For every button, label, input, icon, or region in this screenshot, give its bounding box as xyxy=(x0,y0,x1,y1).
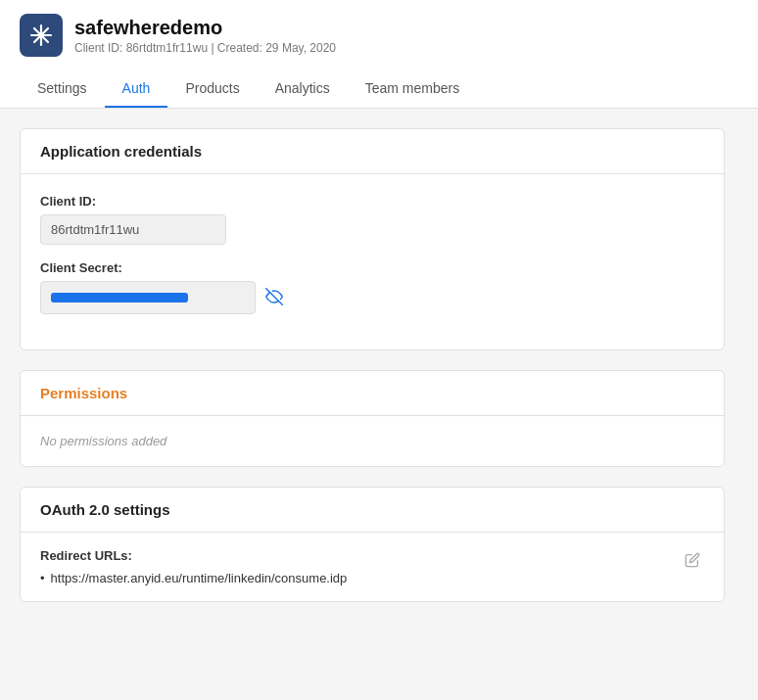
redirect-url-value: https://master.anyid.eu/runtime/linkedin… xyxy=(51,571,348,585)
redirect-url-item: • https://master.anyid.eu/runtime/linked… xyxy=(40,571,347,585)
client-secret-field xyxy=(40,281,256,314)
tab-products[interactable]: Products xyxy=(167,70,257,108)
toggle-secret-icon[interactable] xyxy=(265,288,283,308)
client-secret-row xyxy=(40,281,704,314)
main-content: Application credentials Client ID: 86rtd… xyxy=(0,109,744,641)
redirect-urls-content: Redirect URLs: • https://master.anyid.eu… xyxy=(40,548,347,585)
edit-redirect-icon[interactable] xyxy=(681,548,704,576)
permissions-card: Permissions No permissions added xyxy=(20,370,725,467)
no-permissions-message: No permissions added xyxy=(21,416,724,466)
tab-analytics[interactable]: Analytics xyxy=(258,70,348,108)
app-name: safewheredemo xyxy=(74,16,336,39)
tab-settings[interactable]: Settings xyxy=(20,70,105,108)
secret-bar xyxy=(51,293,188,303)
tab-team-members[interactable]: Team members xyxy=(348,70,477,108)
client-id-label: Client ID: xyxy=(40,194,704,209)
tab-auth[interactable]: Auth xyxy=(105,70,168,108)
header: safewheredemo Client ID: 86rtdtm1fr11wu … xyxy=(0,0,758,109)
client-secret-group: Client Secret: xyxy=(40,260,704,314)
client-secret-label: Client Secret: xyxy=(40,260,704,275)
app-credentials-card: Application credentials Client ID: 86rtd… xyxy=(20,128,725,350)
bullet-icon: • xyxy=(40,571,45,585)
app-details: safewheredemo Client ID: 86rtdtm1fr11wu … xyxy=(74,16,336,55)
app-credentials-body: Client ID: 86rtdtm1fr11wu Client Secret: xyxy=(21,174,724,350)
app-meta: Client ID: 86rtdtm1fr11wu | Created: 29 … xyxy=(74,41,336,55)
oauth-title: OAuth 2.0 settings xyxy=(21,488,724,533)
app-logo xyxy=(20,14,63,57)
app-credentials-title: Application credentials xyxy=(21,129,724,174)
permissions-title: Permissions xyxy=(21,371,724,416)
client-id-value: 86rtdtm1fr11wu xyxy=(40,214,226,245)
app-info: safewheredemo Client ID: 86rtdtm1fr11wu … xyxy=(20,14,738,57)
redirect-urls-row: Redirect URLs: • https://master.anyid.eu… xyxy=(21,533,724,601)
client-id-group: Client ID: 86rtdtm1fr11wu xyxy=(40,194,704,245)
nav-tabs: Settings Auth Products Analytics Team me… xyxy=(20,70,738,108)
oauth-card: OAuth 2.0 settings Redirect URLs: • http… xyxy=(20,487,725,602)
redirect-label: Redirect URLs: xyxy=(40,548,347,563)
